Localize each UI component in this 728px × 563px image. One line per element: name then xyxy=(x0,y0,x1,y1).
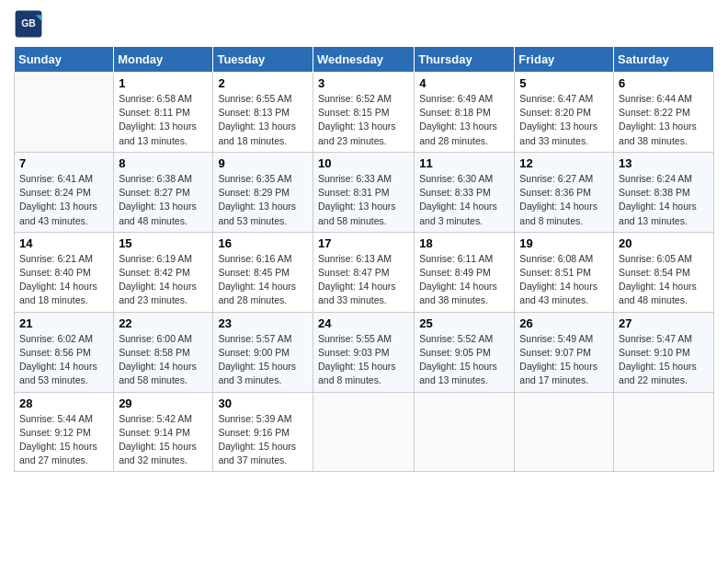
day-number: 15 xyxy=(119,236,208,250)
day-info: Sunrise: 6:16 AMSunset: 8:45 PMDaylight:… xyxy=(218,252,308,308)
calendar-cell: 29Sunrise: 5:42 AMSunset: 9:14 PMDayligh… xyxy=(114,392,213,472)
day-number: 18 xyxy=(419,236,509,250)
weekday-header-cell: Tuesday xyxy=(213,47,313,73)
day-info: Sunrise: 5:55 AMSunset: 9:03 PMDaylight:… xyxy=(318,332,409,388)
day-info: Sunrise: 6:52 AMSunset: 8:15 PMDaylight:… xyxy=(318,92,409,148)
day-number: 16 xyxy=(218,236,308,250)
day-number: 13 xyxy=(619,156,709,170)
logo: GB xyxy=(14,9,47,39)
calendar-cell: 19Sunrise: 6:08 AMSunset: 8:51 PMDayligh… xyxy=(515,232,614,312)
calendar-cell: 5Sunrise: 6:47 AMSunset: 8:20 PMDaylight… xyxy=(515,73,614,153)
calendar-cell: 22Sunrise: 6:00 AMSunset: 8:58 PMDayligh… xyxy=(114,312,213,392)
logo-icon: GB xyxy=(14,9,43,39)
day-number: 10 xyxy=(318,156,409,170)
day-info: Sunrise: 6:11 AMSunset: 8:49 PMDaylight:… xyxy=(419,252,509,308)
day-info: Sunrise: 6:05 AMSunset: 8:54 PMDaylight:… xyxy=(619,252,709,308)
day-number: 4 xyxy=(419,76,509,90)
day-number: 12 xyxy=(519,156,609,170)
day-info: Sunrise: 5:39 AMSunset: 9:16 PMDaylight:… xyxy=(218,412,308,468)
calendar-cell: 7Sunrise: 6:41 AMSunset: 8:24 PMDaylight… xyxy=(15,152,114,232)
day-number: 11 xyxy=(419,156,509,170)
day-number: 20 xyxy=(619,236,709,250)
calendar-cell: 21Sunrise: 6:02 AMSunset: 8:56 PMDayligh… xyxy=(15,312,114,392)
page-header: GB xyxy=(14,9,714,39)
day-info: Sunrise: 6:21 AMSunset: 8:40 PMDaylight:… xyxy=(19,252,108,308)
day-info: Sunrise: 6:19 AMSunset: 8:42 PMDaylight:… xyxy=(119,252,208,308)
calendar-cell: 30Sunrise: 5:39 AMSunset: 9:16 PMDayligh… xyxy=(213,392,313,472)
weekday-header-cell: Wednesday xyxy=(313,47,414,73)
calendar-body: 1Sunrise: 6:58 AMSunset: 8:11 PMDaylight… xyxy=(15,73,714,472)
day-number: 14 xyxy=(19,236,108,250)
calendar-cell: 15Sunrise: 6:19 AMSunset: 8:42 PMDayligh… xyxy=(114,232,213,312)
calendar-cell: 28Sunrise: 5:44 AMSunset: 9:12 PMDayligh… xyxy=(15,392,114,472)
day-info: Sunrise: 5:44 AMSunset: 9:12 PMDaylight:… xyxy=(19,412,108,468)
day-number: 22 xyxy=(119,316,208,330)
day-number: 26 xyxy=(519,316,609,330)
calendar-cell xyxy=(15,73,114,153)
calendar-cell: 1Sunrise: 6:58 AMSunset: 8:11 PMDaylight… xyxy=(114,73,213,153)
day-info: Sunrise: 5:52 AMSunset: 9:05 PMDaylight:… xyxy=(419,332,509,388)
calendar-week-row: 1Sunrise: 6:58 AMSunset: 8:11 PMDaylight… xyxy=(15,73,714,153)
day-number: 25 xyxy=(419,316,509,330)
weekday-header-cell: Monday xyxy=(114,47,213,73)
calendar-cell: 16Sunrise: 6:16 AMSunset: 8:45 PMDayligh… xyxy=(213,232,313,312)
calendar-cell: 8Sunrise: 6:38 AMSunset: 8:27 PMDaylight… xyxy=(114,152,213,232)
calendar-cell xyxy=(313,392,414,472)
calendar-cell: 20Sunrise: 6:05 AMSunset: 8:54 PMDayligh… xyxy=(614,232,714,312)
calendar-cell xyxy=(614,392,714,472)
day-info: Sunrise: 6:47 AMSunset: 8:20 PMDaylight:… xyxy=(519,92,609,148)
day-info: Sunrise: 5:47 AMSunset: 9:10 PMDaylight:… xyxy=(619,332,709,388)
day-info: Sunrise: 6:30 AMSunset: 8:33 PMDaylight:… xyxy=(419,172,509,228)
calendar-table: SundayMondayTuesdayWednesdayThursdayFrid… xyxy=(14,46,714,472)
day-number: 9 xyxy=(218,156,308,170)
day-info: Sunrise: 6:38 AMSunset: 8:27 PMDaylight:… xyxy=(119,172,208,228)
day-info: Sunrise: 6:13 AMSunset: 8:47 PMDaylight:… xyxy=(318,252,409,308)
day-number: 24 xyxy=(318,316,409,330)
day-number: 3 xyxy=(318,76,409,90)
calendar-cell: 17Sunrise: 6:13 AMSunset: 8:47 PMDayligh… xyxy=(313,232,414,312)
day-info: Sunrise: 6:00 AMSunset: 8:58 PMDaylight:… xyxy=(119,332,208,388)
calendar-cell: 12Sunrise: 6:27 AMSunset: 8:36 PMDayligh… xyxy=(515,152,614,232)
calendar-cell: 13Sunrise: 6:24 AMSunset: 8:38 PMDayligh… xyxy=(614,152,714,232)
calendar-cell: 11Sunrise: 6:30 AMSunset: 8:33 PMDayligh… xyxy=(415,152,515,232)
day-number: 19 xyxy=(519,236,609,250)
weekday-header-cell: Thursday xyxy=(415,47,515,73)
calendar-cell: 4Sunrise: 6:49 AMSunset: 8:18 PMDaylight… xyxy=(415,73,515,153)
day-info: Sunrise: 6:41 AMSunset: 8:24 PMDaylight:… xyxy=(19,172,108,228)
day-number: 5 xyxy=(519,76,609,90)
day-info: Sunrise: 6:08 AMSunset: 8:51 PMDaylight:… xyxy=(519,252,609,308)
day-info: Sunrise: 6:58 AMSunset: 8:11 PMDaylight:… xyxy=(119,92,208,148)
day-number: 2 xyxy=(218,76,308,90)
calendar-cell: 9Sunrise: 6:35 AMSunset: 8:29 PMDaylight… xyxy=(213,152,313,232)
calendar-week-row: 28Sunrise: 5:44 AMSunset: 9:12 PMDayligh… xyxy=(15,392,714,472)
calendar-cell xyxy=(515,392,614,472)
day-info: Sunrise: 5:57 AMSunset: 9:00 PMDaylight:… xyxy=(218,332,308,388)
weekday-header-cell: Sunday xyxy=(15,47,114,73)
calendar-week-row: 14Sunrise: 6:21 AMSunset: 8:40 PMDayligh… xyxy=(15,232,714,312)
day-info: Sunrise: 6:35 AMSunset: 8:29 PMDaylight:… xyxy=(218,172,308,228)
day-number: 27 xyxy=(619,316,709,330)
day-info: Sunrise: 6:02 AMSunset: 8:56 PMDaylight:… xyxy=(19,332,108,388)
calendar-cell: 25Sunrise: 5:52 AMSunset: 9:05 PMDayligh… xyxy=(415,312,515,392)
day-number: 8 xyxy=(119,156,208,170)
day-number: 6 xyxy=(619,76,709,90)
calendar-cell: 14Sunrise: 6:21 AMSunset: 8:40 PMDayligh… xyxy=(15,232,114,312)
day-info: Sunrise: 5:42 AMSunset: 9:14 PMDaylight:… xyxy=(119,412,208,468)
calendar-cell: 18Sunrise: 6:11 AMSunset: 8:49 PMDayligh… xyxy=(415,232,515,312)
calendar-week-row: 21Sunrise: 6:02 AMSunset: 8:56 PMDayligh… xyxy=(15,312,714,392)
day-info: Sunrise: 6:49 AMSunset: 8:18 PMDaylight:… xyxy=(419,92,509,148)
day-info: Sunrise: 6:44 AMSunset: 8:22 PMDaylight:… xyxy=(619,92,709,148)
day-info: Sunrise: 5:49 AMSunset: 9:07 PMDaylight:… xyxy=(519,332,609,388)
calendar-cell: 6Sunrise: 6:44 AMSunset: 8:22 PMDaylight… xyxy=(614,73,714,153)
day-number: 1 xyxy=(119,76,208,90)
day-number: 7 xyxy=(19,156,108,170)
weekday-header-row: SundayMondayTuesdayWednesdayThursdayFrid… xyxy=(15,47,714,73)
day-number: 30 xyxy=(218,396,308,410)
weekday-header-cell: Saturday xyxy=(614,47,714,73)
calendar-cell: 3Sunrise: 6:52 AMSunset: 8:15 PMDaylight… xyxy=(313,73,414,153)
day-number: 21 xyxy=(19,316,108,330)
calendar-cell: 26Sunrise: 5:49 AMSunset: 9:07 PMDayligh… xyxy=(515,312,614,392)
day-number: 17 xyxy=(318,236,409,250)
calendar-cell: 23Sunrise: 5:57 AMSunset: 9:00 PMDayligh… xyxy=(213,312,313,392)
day-info: Sunrise: 6:24 AMSunset: 8:38 PMDaylight:… xyxy=(619,172,709,228)
